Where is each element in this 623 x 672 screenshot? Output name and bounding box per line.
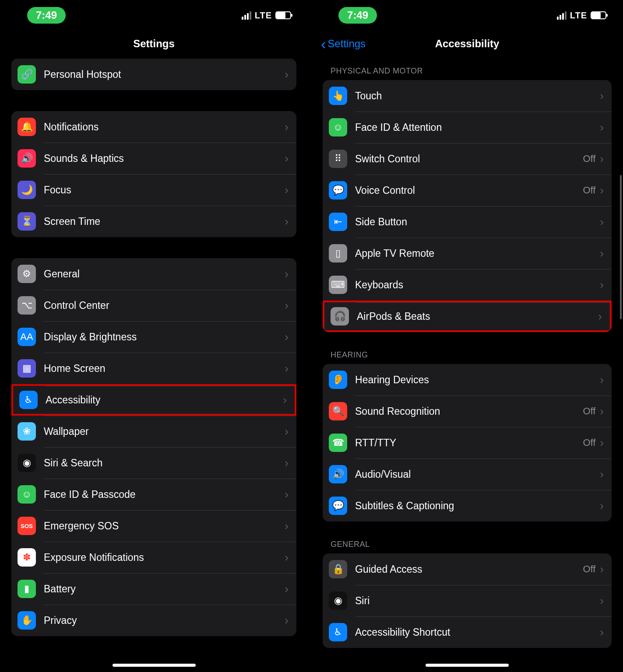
row-label: Guided Access bbox=[355, 564, 583, 575]
chevron-right-icon: › bbox=[600, 626, 604, 639]
network-label: LTE bbox=[570, 10, 587, 21]
row-general[interactable]: ⚙︎General› bbox=[11, 258, 296, 290]
row-touch[interactable]: 👆Touch› bbox=[323, 80, 612, 112]
row-screen-time[interactable]: ⏳Screen Time› bbox=[11, 206, 296, 237]
row-guided-access[interactable]: 🔒Guided AccessOff› bbox=[323, 553, 612, 585]
row-personal-hotspot[interactable]: 🔗Personal Hotspot› bbox=[11, 59, 296, 90]
section-header: GENERAL bbox=[331, 540, 612, 549]
voice-control-icon: 💬 bbox=[329, 181, 347, 200]
row-label: Accessibility bbox=[46, 394, 283, 406]
tv-remote-icon: ▯ bbox=[329, 244, 347, 262]
row-sounds-haptics[interactable]: 🔊Sounds & Haptics› bbox=[11, 143, 296, 174]
row-exposure-notifications[interactable]: ✽Exposure Notifications› bbox=[11, 542, 296, 573]
row-hearing-devices[interactable]: 👂Hearing Devices› bbox=[323, 364, 612, 396]
chevron-right-icon: › bbox=[285, 68, 289, 81]
row-label: Emergency SOS bbox=[44, 520, 285, 532]
row-battery[interactable]: ▮Battery› bbox=[11, 573, 296, 605]
row-wallpaper[interactable]: ❀Wallpaper› bbox=[11, 416, 296, 447]
row-label: Audio/Visual bbox=[355, 469, 600, 480]
row-side-button[interactable]: ⇤Side Button› bbox=[323, 206, 612, 238]
row-notifications[interactable]: 🔔Notifications› bbox=[11, 111, 296, 143]
touch-icon: 👆 bbox=[329, 87, 347, 105]
section-header: HEARING bbox=[331, 350, 612, 360]
back-button[interactable]: ‹ Settings bbox=[321, 36, 366, 51]
face-attention-icon: ☺︎ bbox=[329, 118, 347, 136]
row-rtt-tty[interactable]: ☎︎RTT/TTYOff› bbox=[323, 427, 612, 458]
settings-group-hotspot: 🔗Personal Hotspot› bbox=[11, 59, 296, 90]
row-display-brightness[interactable]: AADisplay & Brightness› bbox=[11, 321, 296, 353]
row-subtitles-captioning[interactable]: 💬Subtitles & Captioning› bbox=[323, 490, 612, 522]
row-label: Side Button bbox=[355, 216, 600, 228]
row-label: Exposure Notifications bbox=[44, 552, 285, 564]
row-siri[interactable]: ◉Siri› bbox=[323, 585, 612, 616]
subtitles-icon: 💬 bbox=[329, 497, 347, 515]
time-pill[interactable]: 7:49 bbox=[27, 7, 66, 24]
nav-bar: ‹ Settings Accessibility bbox=[311, 31, 623, 57]
row-label: Keyboards bbox=[355, 279, 600, 291]
chevron-right-icon: › bbox=[285, 183, 289, 197]
sos-icon: SOS bbox=[18, 517, 36, 535]
row-label: Face ID & Passcode bbox=[44, 489, 285, 500]
exposure-icon: ✽ bbox=[18, 548, 36, 567]
hand-icon: ✋ bbox=[18, 611, 36, 630]
row-accessibility-shortcut[interactable]: ♿︎Accessibility Shortcut› bbox=[323, 616, 612, 648]
row-label: Wallpaper bbox=[44, 426, 285, 438]
row-label: RTT/TTY bbox=[355, 437, 583, 449]
row-accessibility[interactable]: ♿︎Accessibility› bbox=[11, 384, 296, 416]
chevron-right-icon: › bbox=[600, 247, 604, 260]
settings-group-general: ⚙︎General›⌥Control Center›AADisplay & Br… bbox=[11, 258, 296, 636]
faceid-icon: ☺︎ bbox=[18, 485, 36, 504]
row-label: General bbox=[44, 268, 285, 280]
row-airpods-beats[interactable]: 🎧AirPods & Beats› bbox=[323, 301, 612, 332]
section-header: PHYSICAL AND MOTOR bbox=[331, 66, 612, 76]
row-label: Display & Brightness bbox=[44, 331, 285, 343]
row-value: Off bbox=[583, 406, 595, 417]
guided-access-icon: 🔒 bbox=[329, 560, 347, 578]
battery-icon bbox=[275, 11, 291, 19]
battery-icon: ▮ bbox=[18, 580, 36, 598]
row-face-id-attention[interactable]: ☺︎Face ID & Attention› bbox=[323, 112, 612, 143]
scrollbar-thumb[interactable] bbox=[620, 175, 622, 319]
row-focus[interactable]: 🌙Focus› bbox=[11, 174, 296, 206]
row-privacy[interactable]: ✋Privacy› bbox=[11, 605, 296, 636]
chevron-right-icon: › bbox=[285, 215, 289, 228]
row-label: Siri & Search bbox=[44, 457, 285, 469]
row-apple-tv-remote[interactable]: ▯Apple TV Remote› bbox=[323, 238, 612, 269]
home-indicator[interactable] bbox=[426, 664, 509, 667]
chevron-right-icon: › bbox=[600, 468, 604, 481]
row-voice-control[interactable]: 💬Voice ControlOff› bbox=[323, 175, 612, 206]
row-label: Control Center bbox=[44, 300, 285, 312]
row-label: Touch bbox=[355, 90, 600, 102]
headphones-icon: 🎧 bbox=[331, 307, 349, 326]
row-switch-control[interactable]: ⠿Switch ControlOff› bbox=[323, 143, 612, 175]
row-sound-recognition[interactable]: 🔍Sound RecognitionOff› bbox=[323, 396, 612, 427]
row-emergency-sos[interactable]: SOSEmergency SOS› bbox=[11, 510, 296, 542]
row-label: Battery bbox=[44, 583, 285, 595]
chevron-right-icon: › bbox=[285, 362, 289, 375]
row-control-center[interactable]: ⌥Control Center› bbox=[11, 290, 296, 321]
side-button-icon: ⇤ bbox=[329, 213, 347, 231]
row-home-screen[interactable]: ▦Home Screen› bbox=[11, 353, 296, 384]
settings-group-notifications: 🔔Notifications›🔊Sounds & Haptics›🌙Focus›… bbox=[11, 111, 296, 237]
grid-icon: ▦ bbox=[18, 359, 36, 378]
row-face-id-passcode[interactable]: ☺︎Face ID & Passcode› bbox=[11, 479, 296, 510]
row-siri-search[interactable]: ◉Siri & Search› bbox=[11, 447, 296, 479]
row-label: Subtitles & Captioning bbox=[355, 500, 600, 512]
chevron-right-icon: › bbox=[283, 393, 287, 407]
chevron-right-icon: › bbox=[285, 267, 289, 281]
chevron-right-icon: › bbox=[600, 563, 604, 576]
home-indicator[interactable] bbox=[113, 664, 196, 667]
row-value: Off bbox=[583, 185, 595, 196]
ear-icon: 👂 bbox=[329, 371, 347, 389]
row-value: Off bbox=[583, 153, 595, 164]
time-pill[interactable]: 7:49 bbox=[338, 7, 377, 24]
row-keyboards[interactable]: ⌨︎Keyboards› bbox=[323, 269, 612, 301]
row-label: AirPods & Beats bbox=[357, 311, 598, 322]
chevron-right-icon: › bbox=[600, 278, 604, 292]
battery-icon bbox=[591, 11, 606, 19]
chevron-right-icon: › bbox=[285, 120, 289, 134]
text-size-icon: AA bbox=[18, 328, 36, 346]
settings-screen: 7:49 LTE Settings 🔗Personal Hotspot› 🔔No… bbox=[0, 0, 308, 672]
row-value: Off bbox=[583, 437, 595, 448]
row-audio-visual[interactable]: 🔊Audio/Visual› bbox=[323, 458, 612, 490]
